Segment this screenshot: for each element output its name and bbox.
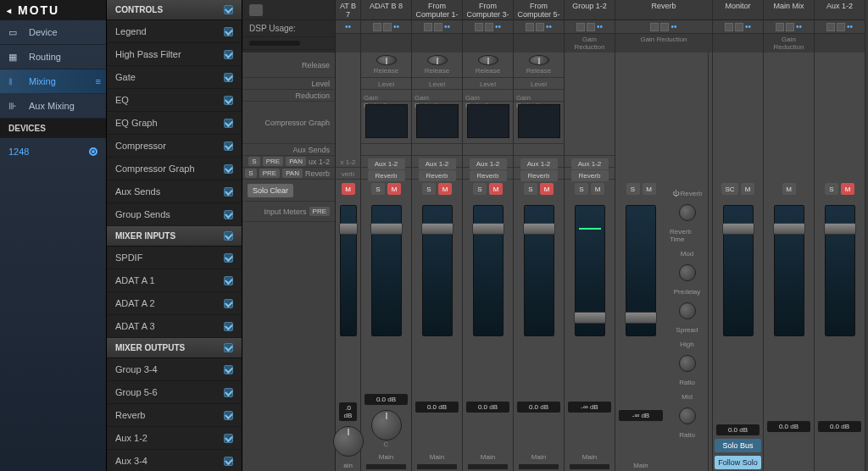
compressor-graph[interactable] — [518, 104, 560, 138]
checkbox-icon[interactable] — [224, 210, 233, 219]
solo-button[interactable]: S — [422, 183, 436, 195]
release-knob[interactable] — [478, 55, 498, 65]
follow-solo-button[interactable]: Follow Solo — [715, 456, 761, 469]
input-item[interactable]: SPDIF — [107, 247, 242, 269]
pan-knob[interactable] — [371, 410, 402, 441]
mute-button[interactable]: M — [438, 183, 452, 195]
pre-meters-button[interactable]: PRE — [309, 207, 330, 216]
control-item[interactable]: Compressor Graph — [107, 158, 242, 180]
fader-track[interactable] — [524, 205, 554, 336]
mid-ratio-knob[interactable] — [679, 407, 696, 424]
mute-button[interactable]: M — [540, 183, 554, 195]
config-icon[interactable] — [735, 23, 743, 31]
checkbox-icon[interactable] — [224, 164, 233, 174]
control-item[interactable]: High Pass Filter — [107, 43, 242, 66]
dots-icon[interactable]: •• — [745, 22, 751, 31]
checkbox-icon[interactable] — [224, 5, 233, 14]
input-item[interactable]: ADAT A 2 — [107, 292, 242, 315]
checkbox-icon[interactable] — [224, 141, 233, 151]
checkbox-icon[interactable] — [224, 434, 233, 443]
pan-button[interactable]: PAN — [282, 169, 303, 178]
config-icon[interactable] — [725, 23, 733, 31]
input-item[interactable]: ADAT A 3 — [107, 315, 242, 338]
dots-icon[interactable]: •• — [546, 22, 552, 31]
fader-track[interactable] — [825, 205, 855, 336]
mute-button[interactable]: M — [782, 183, 796, 195]
mute-button[interactable]: M — [643, 183, 656, 195]
output-item[interactable]: Reverb — [107, 404, 242, 427]
checkbox-icon[interactable] — [224, 119, 233, 128]
mute-button[interactable]: M — [841, 183, 854, 195]
pre-button[interactable]: PRE — [259, 169, 280, 178]
fader-handle[interactable] — [722, 223, 754, 235]
config-icon[interactable] — [434, 23, 442, 31]
nav-routing[interactable]: ▦ Routing — [0, 45, 106, 69]
nav-aux-mixing[interactable]: ⊪ Aux Mixing — [0, 94, 106, 119]
checkbox-icon[interactable] — [224, 73, 233, 82]
config-icon[interactable] — [587, 23, 595, 31]
config-icon[interactable] — [383, 23, 392, 31]
dots-icon[interactable]: •• — [670, 22, 676, 31]
control-item[interactable]: Aux Sends — [107, 180, 242, 203]
output-item[interactable]: Group 5-6 — [107, 381, 242, 404]
checkbox-icon[interactable] — [224, 253, 233, 263]
checkbox-icon[interactable] — [224, 365, 233, 374]
mute-button[interactable]: M — [387, 183, 401, 195]
mute-button[interactable]: M — [342, 183, 355, 195]
fader-handle[interactable] — [523, 223, 555, 235]
mute-button[interactable]: M — [489, 183, 503, 195]
dots-icon[interactable]: •• — [393, 22, 399, 31]
config-icon[interactable] — [660, 23, 669, 31]
sc-button[interactable]: SC — [721, 183, 738, 195]
release-knob[interactable] — [427, 55, 448, 65]
solo-button[interactable]: S — [473, 183, 487, 195]
input-item[interactable]: ADAT A 1 — [107, 269, 242, 292]
reverb-time-knob[interactable] — [679, 204, 696, 221]
output-item[interactable]: Aux 1-2 — [107, 427, 242, 450]
control-item[interactable]: EQ Graph — [107, 112, 242, 135]
fader-handle[interactable] — [421, 223, 453, 235]
dots-icon[interactable]: •• — [597, 22, 603, 31]
mute-button[interactable]: M — [591, 183, 604, 195]
config-icon[interactable] — [536, 23, 544, 31]
fader-handle[interactable] — [472, 223, 504, 235]
predelay-knob[interactable] — [679, 264, 696, 281]
config-icon[interactable] — [424, 23, 432, 31]
config-icon[interactable] — [485, 23, 493, 31]
pan-button[interactable]: PAN — [286, 157, 306, 166]
control-item[interactable]: EQ — [107, 89, 242, 112]
solo-button[interactable]: S — [575, 183, 588, 195]
fader-track[interactable] — [626, 205, 656, 336]
mute-button[interactable]: M — [741, 183, 754, 195]
fader-track[interactable] — [774, 205, 804, 336]
nav-device[interactable]: ▭ Device — [0, 20, 106, 45]
fader-track[interactable] — [371, 205, 402, 336]
checkbox-icon[interactable] — [224, 411, 233, 420]
compressor-graph[interactable] — [365, 104, 408, 138]
checkbox-icon[interactable] — [224, 96, 233, 105]
release-knob[interactable] — [529, 55, 549, 65]
control-item[interactable]: Compressor — [107, 135, 242, 158]
fader-handle[interactable] — [339, 223, 358, 235]
s-button[interactable]: S — [245, 169, 256, 178]
fader-track[interactable] — [723, 205, 754, 336]
fader-track[interactable] — [422, 205, 453, 336]
spread-knob[interactable] — [679, 302, 696, 319]
fader-handle[interactable] — [574, 312, 606, 324]
dots-icon[interactable]: •• — [495, 22, 501, 31]
device-1248[interactable]: 1248 — [0, 138, 106, 165]
checkbox-icon[interactable] — [224, 299, 233, 308]
checkbox-icon[interactable] — [224, 457, 233, 466]
control-item[interactable]: Group Sends — [107, 203, 242, 226]
fader-track[interactable] — [575, 205, 605, 336]
output-item[interactable]: Group 3-4 — [107, 358, 242, 381]
control-item[interactable]: Legend — [107, 20, 242, 43]
config-icon[interactable] — [826, 23, 835, 31]
fader-handle[interactable] — [773, 223, 805, 235]
compressor-graph[interactable] — [416, 104, 459, 138]
solo-bus-button[interactable]: Solo Bus — [715, 439, 761, 452]
high-ratio-knob[interactable] — [679, 355, 696, 372]
fader-handle[interactable] — [824, 223, 856, 235]
control-item[interactable]: Gate — [107, 66, 242, 89]
compressor-graph[interactable] — [467, 104, 509, 138]
